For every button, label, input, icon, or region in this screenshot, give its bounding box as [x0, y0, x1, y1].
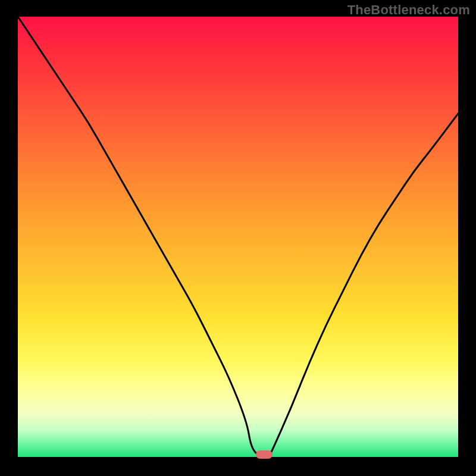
watermark-text: TheBottleneck.com: [347, 2, 470, 18]
bottleneck-curve: [18, 17, 458, 457]
optimal-marker: [256, 450, 273, 459]
chart-container: TheBottleneck.com: [0, 0, 476, 476]
plot-area: [18, 17, 458, 457]
